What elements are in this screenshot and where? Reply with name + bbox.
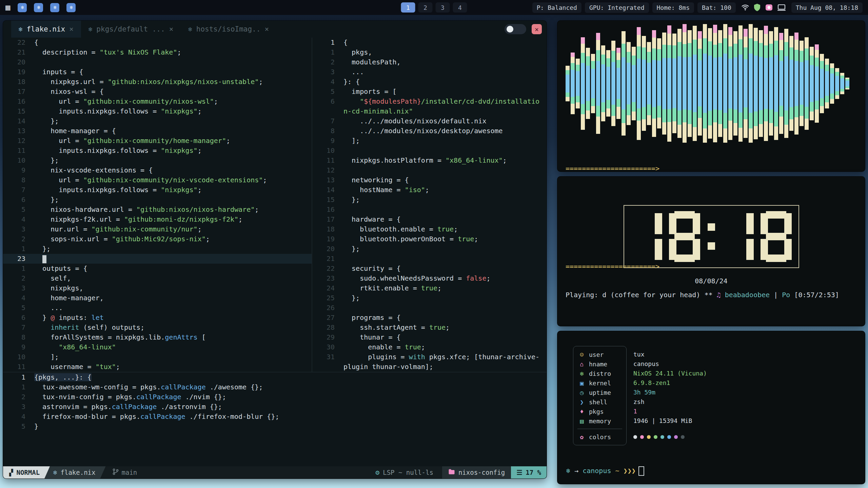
tab-flake.nix[interactable]: ❄flake.nix×: [11, 21, 81, 38]
gpu-mode-chip[interactable]: GPU: Integrated: [585, 2, 649, 13]
mode-label: NORMAL: [16, 466, 40, 479]
status-line: ▞ NORMAL ❄ flake.nix main ⚙ LSP ~ null-l…: [3, 466, 547, 479]
line-number: 27: [312, 313, 343, 323]
mode-icon: ▞: [9, 466, 13, 479]
pkgs-icon: ♦: [578, 408, 586, 415]
workspace-tag-3[interactable]: 3: [436, 2, 450, 13]
visualizer-bar: [596, 33, 600, 134]
color-dot: [654, 435, 657, 439]
separator-line: ======================>: [566, 164, 857, 172]
code-line: 8 url = "github:nix-community/nix-vscode…: [3, 175, 312, 185]
code-line: 6 } @ inputs: let: [3, 313, 312, 323]
line-number: 8: [312, 126, 343, 136]
code-line: 1 };: [3, 244, 312, 254]
visualizer-bar: [672, 34, 676, 133]
code-line: 4 nixpkgs-f2k.url = "github:moni-dz/nixp…: [3, 215, 312, 224]
line-number: 16: [3, 97, 34, 106]
pinned-app-icon-2[interactable]: ❄: [34, 3, 43, 12]
line-number: 12: [312, 165, 343, 175]
fetch-row-hname: ⌂hname: [573, 359, 626, 369]
code-line: 6 "${modulesPath}/installer/cd-dvd/insta…: [312, 97, 547, 106]
code-line: 22{: [3, 38, 312, 47]
code-line: 17 hardware = {: [312, 215, 547, 224]
visualizer-bar: [591, 54, 595, 113]
shell-prompt[interactable]: ❄ → canopus ~ ❯❯❯: [566, 466, 644, 476]
power-profile-chip[interactable]: P: Balanced: [532, 2, 581, 13]
left-code-pane[interactable]: 22{21 description = "tux's NixOS Flake";…: [3, 38, 312, 372]
workspace-tag-4[interactable]: 4: [453, 2, 467, 13]
project-indicator[interactable]: nixos-config: [442, 466, 511, 479]
ping-chip[interactable]: Home: 8ms: [652, 2, 694, 13]
tab-close-icon[interactable]: ×: [169, 25, 174, 33]
line-number: 1: [312, 38, 343, 47]
code-line: 9 "x86_64-linux": [3, 342, 312, 352]
git-branch[interactable]: main: [113, 468, 137, 476]
nix-icon: ❄: [53, 466, 57, 479]
pinned-app-icon-3[interactable]: ❄: [50, 3, 59, 12]
close-window-button[interactable]: ✕: [532, 24, 542, 34]
fetch-label: kernel: [589, 380, 611, 387]
shield-icon[interactable]: [753, 3, 761, 12]
visualizer-bar: [667, 25, 671, 142]
battery-chip[interactable]: Bat: 100: [697, 2, 736, 13]
line-number: 7: [312, 116, 343, 126]
fetch-value-uptime: 3h 59m: [633, 388, 707, 397]
tab-close-icon[interactable]: ×: [264, 25, 269, 33]
code-line: 29 thunar = {: [312, 332, 547, 342]
bottom-code-pane[interactable]: 1{pkgs, ...}: {1 tux-awesome-wm-config =…: [3, 372, 547, 466]
tab-pkgs/default ...[interactable]: ❄pkgs/default ...×: [81, 21, 181, 38]
line-number: 4: [3, 412, 34, 422]
code-line: 11 username = "tux";: [3, 362, 312, 372]
visualizer-bar: [835, 68, 839, 99]
color-dot: [681, 435, 685, 439]
line-number: 18: [3, 77, 34, 87]
line-number: 7: [3, 185, 34, 195]
datetime-chip[interactable]: Thu Aug 08, 18:18: [791, 2, 863, 13]
code-line: 3 ...: [312, 67, 547, 77]
color-picker-icon[interactable]: [765, 3, 773, 12]
code-line: 3 nixpkgs,: [3, 283, 312, 293]
workspace-tags: 1234: [401, 2, 467, 13]
statusline-filename[interactable]: ❄ flake.nix: [44, 466, 105, 479]
code-line: 28 ssh.startAgent = true;: [312, 323, 547, 332]
code-line: 4 home-manager,: [3, 293, 312, 303]
line-number: 1: [3, 264, 34, 273]
percent-label: 17 %: [526, 466, 541, 479]
line-number: 4: [3, 293, 34, 303]
visualizer-bar: [815, 44, 819, 123]
workspace-tag-2[interactable]: 2: [418, 2, 433, 13]
code-line: 31 plugins = with pkgs.xfce; [thunar-arc…: [312, 352, 547, 362]
visualizer-bar: [622, 31, 626, 136]
toggle-switch[interactable]: [505, 24, 526, 34]
display-icon[interactable]: [777, 3, 786, 12]
fetch-value-kernel: 6.9.8-zen1: [633, 378, 707, 388]
line-number: 16: [312, 205, 343, 215]
line-number: 8: [3, 175, 34, 185]
visualizer-bar: [794, 33, 798, 135]
code-line: 4}: {: [312, 77, 547, 87]
code-line: 5}: [3, 422, 547, 431]
line-number: 3: [3, 402, 34, 412]
line-number: 3: [312, 67, 343, 77]
color-dot: [640, 435, 644, 439]
fetch-row-kernel: ▣kernel: [573, 378, 626, 388]
lines-icon: ☰: [516, 466, 522, 479]
uptime-icon: ◷: [578, 389, 586, 396]
visualizer-bar: [677, 29, 682, 138]
system-tray: [739, 3, 788, 12]
line-number: 28: [312, 323, 343, 332]
color-dot: [633, 435, 637, 439]
right-code-pane[interactable]: 1{1 pkgs,2 modulesPath,3 ...4}: {5 impor…: [312, 38, 547, 372]
workspace-tag-1[interactable]: 1: [401, 2, 415, 13]
line-number: 10: [3, 156, 34, 165]
wifi-icon[interactable]: [741, 3, 749, 12]
code-line: 1{: [312, 38, 547, 47]
tab-hosts/isoImag..[interactable]: ❄hosts/isoImag..×: [181, 21, 276, 38]
pinned-app-icon-4[interactable]: ❄: [66, 3, 76, 12]
code-line: 2 modulesPath,: [312, 57, 547, 67]
tab-close-icon[interactable]: ×: [69, 25, 74, 33]
pinned-app-icon-1[interactable]: ❄: [18, 3, 27, 12]
visualizer-bar: [703, 24, 707, 143]
line-number: 5: [3, 422, 34, 431]
app-launcher-icon[interactable]: ▦: [5, 0, 10, 15]
